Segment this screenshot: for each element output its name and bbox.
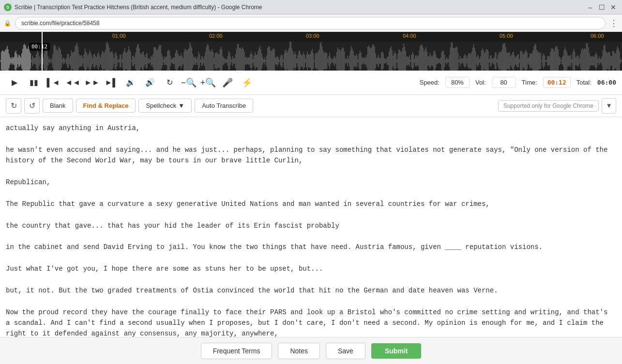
svg-rect-250	[242, 47, 243, 71]
svg-rect-343	[333, 59, 334, 63]
svg-rect-444	[430, 55, 431, 67]
submit-button[interactable]: Submit	[371, 343, 421, 359]
svg-rect-210	[203, 58, 204, 63]
svg-rect-205	[198, 52, 199, 71]
svg-rect-608	[590, 56, 591, 66]
vol-up-button[interactable]: 🔊	[141, 74, 159, 91]
svg-rect-519	[503, 43, 504, 71]
svg-rect-167	[161, 54, 162, 68]
loop-button[interactable]: ↻	[161, 74, 178, 91]
svg-rect-147	[142, 52, 143, 70]
frequent-terms-button[interactable]: Frequent Terms	[201, 343, 273, 359]
pause-button[interactable]: ▮▮	[25, 74, 43, 91]
svg-rect-141	[136, 47, 137, 71]
fast-forward-button[interactable]: ►►	[83, 74, 101, 91]
svg-rect-427	[414, 59, 415, 63]
svg-rect-62	[59, 48, 60, 71]
svg-rect-182	[176, 50, 177, 71]
svg-rect-176	[170, 56, 171, 66]
zoom-in-button[interactable]: +🔍	[199, 74, 217, 91]
svg-rect-368	[357, 55, 358, 66]
spellcheck-button[interactable]: Spellcheck ▼	[138, 99, 192, 113]
svg-rect-118	[114, 58, 115, 64]
svg-rect-34	[32, 56, 33, 66]
svg-rect-127	[122, 53, 123, 69]
svg-rect-450	[437, 58, 438, 64]
svg-rect-121	[117, 56, 118, 66]
dropdown-arrow-icon: ▼	[606, 102, 612, 109]
svg-rect-198	[192, 47, 193, 71]
svg-rect-60	[57, 51, 58, 71]
close-button[interactable]: ✕	[608, 2, 618, 12]
svg-rect-423	[410, 60, 411, 62]
svg-rect-94	[91, 52, 91, 70]
rewind-start-button[interactable]: ▌◄	[45, 74, 62, 91]
play-button[interactable]: ▶	[6, 74, 23, 91]
svg-rect-391	[379, 58, 380, 64]
svg-rect-38	[36, 54, 37, 68]
svg-rect-336	[326, 52, 327, 70]
undo-button[interactable]: ↻	[6, 98, 21, 114]
redo-button[interactable]: ↺	[24, 98, 40, 114]
svg-rect-207	[200, 59, 201, 62]
extensions-icon[interactable]: ⋮	[609, 18, 618, 29]
svg-rect-99	[95, 56, 96, 66]
svg-rect-514	[499, 52, 500, 70]
svg-rect-145	[140, 53, 141, 69]
svg-rect-129	[124, 48, 125, 71]
svg-rect-54	[51, 58, 52, 63]
svg-rect-284	[275, 58, 276, 64]
svg-rect-362	[351, 46, 352, 71]
blank-button[interactable]: Blank	[43, 99, 73, 113]
svg-rect-282	[273, 48, 274, 71]
svg-rect-356	[345, 58, 346, 64]
zoom-out-button[interactable]: −🔍	[180, 74, 197, 91]
bolt-button[interactable]: ⚡	[238, 74, 256, 91]
svg-rect-84	[81, 55, 82, 67]
mic-button[interactable]: 🎤	[219, 74, 236, 91]
rewind-button[interactable]: ◄◄	[64, 74, 81, 91]
address-input[interactable]	[15, 17, 606, 29]
svg-rect-28	[26, 48, 27, 71]
waveform-container[interactable]: 01:00 02:00 03:00 04:00 05:00 06:00 00:1…	[0, 32, 622, 71]
vol-down-button[interactable]: 🔉	[122, 74, 139, 91]
svg-rect-559	[542, 56, 543, 67]
svg-rect-187	[181, 53, 182, 68]
svg-rect-128	[123, 51, 124, 71]
vol-value[interactable]: 80	[492, 77, 516, 88]
svg-rect-321	[311, 51, 312, 71]
svg-rect-418	[405, 51, 406, 71]
svg-rect-503	[488, 51, 489, 71]
notes-button[interactable]: Notes	[278, 343, 320, 359]
speed-value[interactable]: 80%	[445, 77, 470, 88]
svg-rect-601	[583, 50, 584, 71]
transcription-textarea[interactable]: actually say anything in Austria, he was…	[0, 117, 622, 337]
svg-rect-586	[569, 56, 570, 66]
svg-rect-311	[301, 55, 302, 66]
toolbar-dropdown-button[interactable]: ▼	[602, 98, 616, 114]
save-button[interactable]: Save	[326, 343, 365, 359]
minimize-button[interactable]: ‒	[585, 2, 595, 12]
svg-rect-547	[531, 54, 531, 68]
waveform-timeline: 01:00 02:00 03:00 04:00 05:00 06:00	[0, 32, 622, 42]
svg-rect-530	[514, 56, 515, 67]
svg-rect-417	[404, 47, 405, 71]
skip-end-button[interactable]: ►▌	[103, 74, 120, 91]
svg-rect-159	[153, 47, 154, 71]
find-replace-button[interactable]: Find & Replace	[76, 99, 136, 113]
svg-rect-411	[398, 49, 399, 71]
svg-rect-637	[618, 48, 619, 71]
svg-rect-374	[363, 58, 364, 64]
svg-rect-215	[208, 45, 209, 71]
svg-rect-466	[452, 43, 453, 71]
restore-button[interactable]: ☐	[597, 2, 607, 12]
auto-transcribe-button[interactable]: Auto Transcribe	[195, 99, 253, 113]
svg-rect-524	[508, 52, 509, 69]
svg-rect-329	[319, 50, 320, 71]
svg-rect-433	[420, 45, 421, 71]
svg-rect-350	[339, 49, 340, 71]
svg-rect-40	[38, 52, 39, 70]
svg-rect-260	[252, 54, 253, 68]
svg-rect-37	[35, 57, 36, 64]
svg-rect-88	[85, 48, 86, 71]
